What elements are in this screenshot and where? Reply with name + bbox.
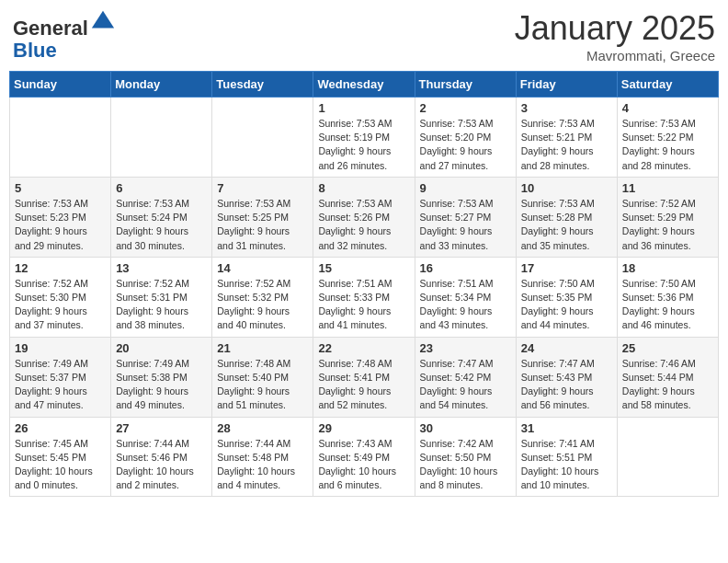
day-info: Sunrise: 7:44 AM Sunset: 5:46 PM Dayligh…: [116, 437, 207, 493]
day-info: Sunrise: 7:53 AM Sunset: 5:21 PM Dayligh…: [521, 117, 612, 173]
day-info: Sunrise: 7:50 AM Sunset: 5:35 PM Dayligh…: [521, 277, 612, 333]
location: Mavrommati, Greece: [515, 48, 715, 63]
day-info: Sunrise: 7:50 AM Sunset: 5:36 PM Dayligh…: [622, 277, 713, 333]
day-number: 26: [15, 421, 106, 435]
day-cell: 6Sunrise: 7:53 AM Sunset: 5:24 PM Daylig…: [111, 177, 212, 257]
day-number: 29: [318, 421, 409, 435]
day-cell: 14Sunrise: 7:52 AM Sunset: 5:32 PM Dayli…: [212, 257, 313, 337]
day-number: 4: [622, 101, 713, 115]
day-number: 13: [116, 261, 207, 275]
day-number: 18: [622, 261, 713, 275]
week-row-1: 1Sunrise: 7:53 AM Sunset: 5:19 PM Daylig…: [10, 98, 719, 178]
day-cell: 4Sunrise: 7:53 AM Sunset: 5:22 PM Daylig…: [617, 98, 718, 178]
day-cell: 29Sunrise: 7:43 AM Sunset: 5:49 PM Dayli…: [313, 417, 415, 497]
logo-blue-text: Blue: [13, 40, 57, 62]
day-number: 30: [420, 421, 511, 435]
day-cell: 8Sunrise: 7:53 AM Sunset: 5:26 PM Daylig…: [313, 177, 415, 257]
weekday-header-friday: Friday: [516, 72, 617, 98]
day-info: Sunrise: 7:44 AM Sunset: 5:48 PM Dayligh…: [217, 437, 308, 493]
day-number: 23: [420, 341, 511, 355]
day-number: 20: [116, 341, 207, 355]
day-info: Sunrise: 7:52 AM Sunset: 5:31 PM Dayligh…: [116, 277, 207, 333]
day-cell: 16Sunrise: 7:51 AM Sunset: 5:34 PM Dayli…: [415, 257, 516, 337]
day-number: 31: [521, 421, 612, 435]
day-info: Sunrise: 7:53 AM Sunset: 5:26 PM Dayligh…: [318, 197, 409, 253]
day-info: Sunrise: 7:43 AM Sunset: 5:49 PM Dayligh…: [318, 437, 409, 493]
weekday-header-tuesday: Tuesday: [212, 72, 313, 98]
day-info: Sunrise: 7:48 AM Sunset: 5:41 PM Dayligh…: [318, 357, 409, 413]
week-row-3: 12Sunrise: 7:52 AM Sunset: 5:30 PM Dayli…: [10, 257, 719, 337]
day-cell: 2Sunrise: 7:53 AM Sunset: 5:20 PM Daylig…: [415, 98, 516, 178]
day-info: Sunrise: 7:49 AM Sunset: 5:38 PM Dayligh…: [116, 357, 207, 413]
day-cell: 22Sunrise: 7:48 AM Sunset: 5:41 PM Dayli…: [313, 337, 415, 417]
day-info: Sunrise: 7:53 AM Sunset: 5:24 PM Dayligh…: [116, 197, 207, 253]
day-cell: [212, 98, 313, 178]
week-row-5: 26Sunrise: 7:45 AM Sunset: 5:45 PM Dayli…: [10, 417, 719, 497]
day-info: Sunrise: 7:53 AM Sunset: 5:22 PM Dayligh…: [622, 117, 713, 173]
day-number: 9: [420, 181, 511, 195]
title-block: January 2025 Mavrommati, Greece: [515, 9, 715, 63]
day-info: Sunrise: 7:53 AM Sunset: 5:28 PM Dayligh…: [521, 197, 612, 253]
day-info: Sunrise: 7:51 AM Sunset: 5:33 PM Dayligh…: [318, 277, 409, 333]
day-number: 15: [318, 261, 409, 275]
day-cell: 21Sunrise: 7:48 AM Sunset: 5:40 PM Dayli…: [212, 337, 313, 417]
week-row-2: 5Sunrise: 7:53 AM Sunset: 5:23 PM Daylig…: [10, 177, 719, 257]
svg-marker-0: [92, 11, 114, 29]
day-number: 27: [116, 421, 207, 435]
day-info: Sunrise: 7:52 AM Sunset: 5:30 PM Dayligh…: [15, 277, 106, 333]
day-number: 24: [521, 341, 612, 355]
day-info: Sunrise: 7:53 AM Sunset: 5:23 PM Dayligh…: [15, 197, 106, 253]
day-cell: 24Sunrise: 7:47 AM Sunset: 5:43 PM Dayli…: [516, 337, 617, 417]
logo-general-text: General: [13, 17, 88, 40]
day-number: 7: [217, 181, 308, 195]
day-info: Sunrise: 7:47 AM Sunset: 5:42 PM Dayligh…: [420, 357, 511, 413]
day-number: 17: [521, 261, 612, 275]
day-cell: 25Sunrise: 7:46 AM Sunset: 5:44 PM Dayli…: [617, 337, 718, 417]
logo-icon: [90, 9, 116, 35]
weekday-header-saturday: Saturday: [617, 72, 718, 98]
day-cell: 31Sunrise: 7:41 AM Sunset: 5:51 PM Dayli…: [516, 417, 617, 497]
day-info: Sunrise: 7:48 AM Sunset: 5:40 PM Dayligh…: [217, 357, 308, 413]
day-cell: 13Sunrise: 7:52 AM Sunset: 5:31 PM Dayli…: [111, 257, 212, 337]
day-number: 2: [420, 101, 511, 115]
day-info: Sunrise: 7:45 AM Sunset: 5:45 PM Dayligh…: [15, 437, 106, 493]
day-cell: 17Sunrise: 7:50 AM Sunset: 5:35 PM Dayli…: [516, 257, 617, 337]
day-cell: 15Sunrise: 7:51 AM Sunset: 5:33 PM Dayli…: [313, 257, 415, 337]
day-number: 6: [116, 181, 207, 195]
day-cell: 30Sunrise: 7:42 AM Sunset: 5:50 PM Dayli…: [415, 417, 516, 497]
day-cell: [617, 417, 718, 497]
day-info: Sunrise: 7:53 AM Sunset: 5:27 PM Dayligh…: [420, 197, 511, 253]
day-cell: 23Sunrise: 7:47 AM Sunset: 5:42 PM Dayli…: [415, 337, 516, 417]
day-cell: 27Sunrise: 7:44 AM Sunset: 5:46 PM Dayli…: [111, 417, 212, 497]
weekday-header-wednesday: Wednesday: [313, 72, 415, 98]
day-cell: 12Sunrise: 7:52 AM Sunset: 5:30 PM Dayli…: [10, 257, 111, 337]
day-number: 3: [521, 101, 612, 115]
day-info: Sunrise: 7:46 AM Sunset: 5:44 PM Dayligh…: [622, 357, 713, 413]
day-cell: 26Sunrise: 7:45 AM Sunset: 5:45 PM Dayli…: [10, 417, 111, 497]
day-number: 14: [217, 261, 308, 275]
weekday-header-sunday: Sunday: [10, 72, 111, 98]
day-cell: 28Sunrise: 7:44 AM Sunset: 5:48 PM Dayli…: [212, 417, 313, 497]
week-row-4: 19Sunrise: 7:49 AM Sunset: 5:37 PM Dayli…: [10, 337, 719, 417]
page-header: General Blue January 2025 Mavrommati, Gr…: [9, 9, 719, 63]
day-number: 19: [15, 341, 106, 355]
day-cell: 1Sunrise: 7:53 AM Sunset: 5:19 PM Daylig…: [313, 98, 415, 178]
day-number: 25: [622, 341, 713, 355]
day-info: Sunrise: 7:41 AM Sunset: 5:51 PM Dayligh…: [521, 437, 612, 493]
weekday-header-thursday: Thursday: [415, 72, 516, 98]
day-cell: [111, 98, 212, 178]
weekday-header-monday: Monday: [111, 72, 212, 98]
day-info: Sunrise: 7:42 AM Sunset: 5:50 PM Dayligh…: [420, 437, 511, 493]
day-info: Sunrise: 7:53 AM Sunset: 5:20 PM Dayligh…: [420, 117, 511, 173]
day-info: Sunrise: 7:52 AM Sunset: 5:29 PM Dayligh…: [622, 197, 713, 253]
day-cell: 3Sunrise: 7:53 AM Sunset: 5:21 PM Daylig…: [516, 98, 617, 178]
day-cell: 20Sunrise: 7:49 AM Sunset: 5:38 PM Dayli…: [111, 337, 212, 417]
day-cell: 5Sunrise: 7:53 AM Sunset: 5:23 PM Daylig…: [10, 177, 111, 257]
day-number: 16: [420, 261, 511, 275]
day-number: 21: [217, 341, 308, 355]
day-info: Sunrise: 7:47 AM Sunset: 5:43 PM Dayligh…: [521, 357, 612, 413]
day-cell: 11Sunrise: 7:52 AM Sunset: 5:29 PM Dayli…: [617, 177, 718, 257]
day-number: 22: [318, 341, 409, 355]
day-cell: 10Sunrise: 7:53 AM Sunset: 5:28 PM Dayli…: [516, 177, 617, 257]
weekday-header-row: SundayMondayTuesdayWednesdayThursdayFrid…: [10, 72, 719, 98]
